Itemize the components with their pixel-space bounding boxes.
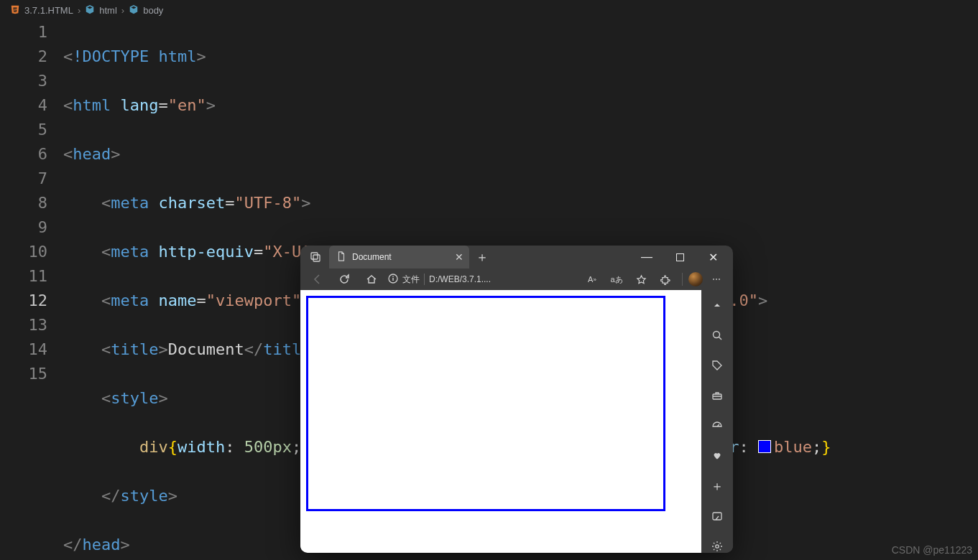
breadcrumb-file[interactable]: 3.7.1.HTML — [24, 5, 73, 16]
breadcrumb: 3.7.1.HTML › html › body — [0, 0, 978, 20]
line-number: 6 — [0, 142, 47, 167]
line-number: 13 — [0, 313, 47, 337]
browser-navbar: 文件 D:/WEB/3.7.1.... A» aあ ⋯ — [300, 269, 733, 290]
svg-rect-2 — [676, 253, 683, 261]
line-number: 7 — [0, 167, 47, 191]
read-aloud-icon[interactable]: A» — [581, 269, 603, 290]
element-icon — [129, 4, 139, 17]
line-number: 10 — [0, 240, 47, 264]
performance-icon[interactable] — [706, 415, 728, 437]
separator — [424, 274, 425, 285]
browser-window: Document ✕ ＋ — ✕ 文件 D:/WEB/3.7.1... — [300, 246, 733, 553]
favorites-icon[interactable] — [630, 269, 652, 290]
document-icon — [336, 251, 346, 263]
element-icon — [85, 4, 95, 17]
line-number-gutter: 1 2 3 4 5 6 7 8 9 10 11 12 13 14 15 — [0, 20, 63, 560]
svg-rect-0 — [311, 253, 318, 259]
tab-title: Document — [352, 252, 392, 262]
url-path: D:/WEB/3.7.1.... — [429, 274, 491, 284]
separator — [682, 273, 683, 286]
browser-tabbar: Document ✕ ＋ — ✕ — [300, 246, 733, 269]
color-swatch[interactable] — [758, 440, 771, 453]
maximize-button[interactable] — [664, 246, 696, 268]
home-button[interactable] — [361, 269, 382, 290]
search-icon[interactable] — [706, 325, 728, 346]
rendered-page[interactable] — [300, 290, 701, 553]
browser-content-wrapper: ＋ — [300, 290, 733, 553]
svg-rect-1 — [313, 255, 320, 261]
html-file-icon — [10, 4, 20, 17]
chevron-right-icon: › — [78, 5, 80, 16]
more-button[interactable]: ⋯ — [706, 269, 727, 290]
line-number: 11 — [0, 264, 47, 289]
profile-avatar[interactable] — [688, 272, 703, 286]
back-button[interactable] — [306, 269, 328, 290]
line-number: 9 — [0, 215, 47, 240]
tab-actions-icon[interactable] — [305, 246, 326, 268]
chevron-right-icon: › — [121, 5, 124, 16]
browser-tab[interactable]: Document ✕ — [329, 246, 469, 269]
add-panel-icon[interactable]: ＋ — [706, 475, 728, 497]
address-bar[interactable]: 文件 D:/WEB/3.7.1.... — [388, 274, 491, 286]
watermark: CSDN @pe11223 — [892, 544, 972, 556]
close-window-button[interactable]: ✕ — [697, 246, 729, 268]
breadcrumb-segment-body[interactable]: body — [143, 5, 163, 16]
line-number: 4 — [0, 93, 47, 118]
line-number: 1 — [0, 20, 47, 45]
minimize-button[interactable]: — — [631, 246, 663, 268]
screenshot-icon[interactable] — [706, 505, 728, 527]
line-number: 12 — [0, 289, 47, 313]
refresh-button[interactable] — [333, 269, 355, 290]
settings-icon[interactable] — [706, 536, 728, 553]
collapse-icon[interactable] — [706, 294, 728, 316]
url-scheme-label: 文件 — [402, 274, 420, 286]
line-number: 8 — [0, 191, 47, 215]
close-tab-icon[interactable]: ✕ — [455, 251, 463, 263]
svg-point-6 — [714, 332, 720, 338]
info-icon[interactable] — [388, 274, 398, 286]
window-controls: — ✕ — [631, 246, 729, 268]
svg-rect-4 — [392, 278, 393, 281]
svg-point-9 — [716, 545, 719, 548]
translate-icon[interactable]: aあ — [606, 269, 627, 290]
browser-sidebar: ＋ — [701, 290, 733, 553]
line-number: 14 — [0, 337, 47, 362]
heart-icon[interactable] — [706, 445, 728, 467]
line-number: 5 — [0, 118, 47, 142]
blue-bordered-div — [306, 296, 665, 511]
line-number: 15 — [0, 362, 47, 386]
extensions-icon[interactable] — [655, 269, 676, 290]
line-number: 2 — [0, 45, 47, 69]
toolbox-icon[interactable] — [706, 385, 728, 406]
svg-rect-5 — [392, 276, 393, 276]
new-tab-button[interactable]: ＋ — [472, 247, 492, 267]
tag-icon[interactable] — [706, 355, 728, 376]
line-number: 3 — [0, 69, 47, 93]
breadcrumb-segment-html[interactable]: html — [99, 5, 117, 16]
